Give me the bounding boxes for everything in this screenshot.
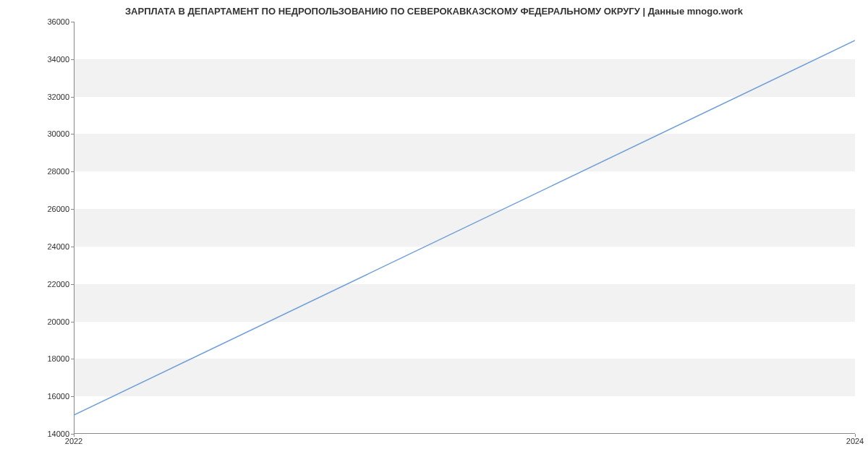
y-tick-mark <box>71 284 74 285</box>
x-tick-label: 2024 <box>846 437 864 445</box>
x-tick-mark <box>855 434 856 437</box>
plot-area <box>74 22 855 434</box>
y-tick-mark <box>71 322 74 322</box>
y-tick-label: 34000 <box>47 55 69 64</box>
y-tick-mark <box>71 171 74 172</box>
y-tick-label: 16000 <box>47 392 69 401</box>
y-tick-mark <box>71 396 74 397</box>
y-tick-label: 20000 <box>47 317 69 326</box>
chart-title: ЗАРПЛАТА В ДЕПАРТАМЕНТ ПО НЕДРОПОЛЬЗОВАН… <box>0 6 868 17</box>
y-tick-mark <box>71 247 74 247</box>
y-tick-label: 32000 <box>47 93 69 101</box>
y-tick-label: 26000 <box>47 205 69 213</box>
y-tick-label: 18000 <box>47 354 69 363</box>
chart-container: ЗАРПЛАТА В ДЕПАРТАМЕНТ ПО НЕДРОПОЛЬЗОВАН… <box>0 0 868 470</box>
y-tick-label: 36000 <box>47 17 69 26</box>
x-tick-mark <box>74 434 75 437</box>
y-tick-label: 22000 <box>47 280 69 289</box>
chart-line <box>74 22 855 434</box>
data-series-line <box>74 40 855 415</box>
y-tick-label: 30000 <box>47 129 69 138</box>
y-tick-mark <box>71 97 74 98</box>
y-tick-mark <box>71 59 74 60</box>
y-tick-mark <box>71 22 74 22</box>
x-tick-label: 2022 <box>65 437 82 445</box>
y-tick-label: 28000 <box>47 167 69 176</box>
y-tick-mark <box>71 209 74 210</box>
y-tick-mark <box>71 134 74 134</box>
y-tick-mark <box>71 359 74 359</box>
y-tick-label: 24000 <box>47 242 69 251</box>
